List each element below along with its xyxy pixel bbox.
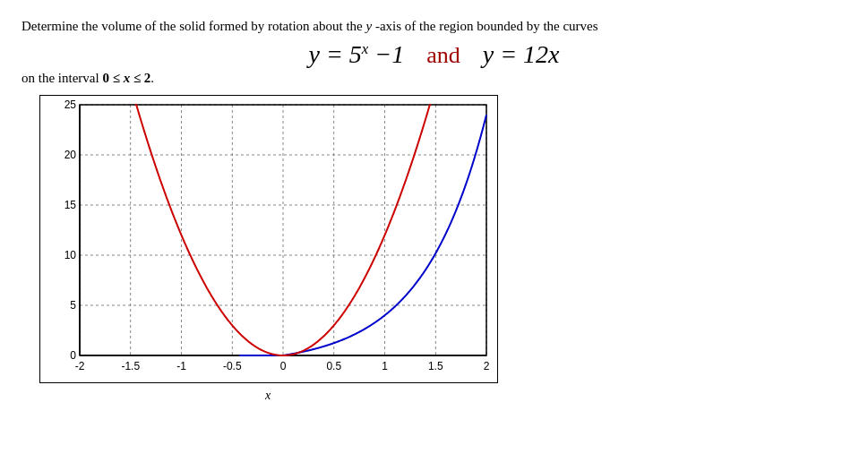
problem-statement: Determine the volume of the solid formed… (21, 16, 847, 86)
and-connector: and (426, 42, 460, 69)
chart-container: x (39, 95, 496, 399)
equation-2: y = 12x (483, 40, 560, 69)
problem-text-line1: Determine the volume of the solid formed… (21, 16, 847, 37)
equations-line: y = 5x −1 and y = 12x (21, 40, 847, 69)
y-axis-label: y (366, 19, 373, 33)
graph-canvas (39, 95, 498, 383)
interval-text: on the interval 0 ≤ x ≤ 2. (21, 71, 847, 86)
x-axis-label: x (39, 389, 496, 403)
equation-1: y = 5x −1 (308, 40, 404, 69)
